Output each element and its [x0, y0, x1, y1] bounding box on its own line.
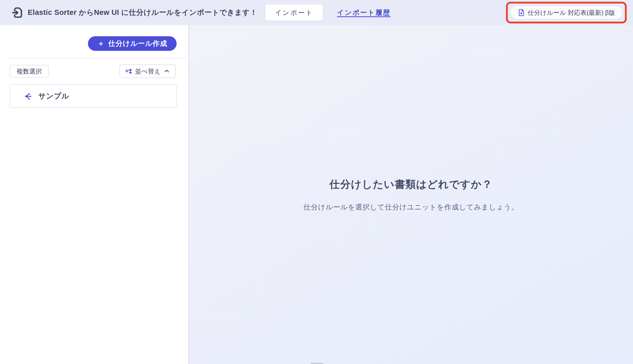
- mapping-table-label: 仕分けルール 対応表(最新) β版: [528, 9, 615, 17]
- list-controls: 複数選択 並べ替え: [0, 58, 188, 78]
- main-empty-state: 仕分けしたい書類はどれですか？ 仕分けルールを選択して仕分けユニットを作成してみ…: [189, 25, 633, 364]
- multi-select-button[interactable]: 複数選択: [10, 65, 49, 78]
- mapping-table-button[interactable]: 仕分けルール 対応表(最新) β版: [510, 6, 623, 19]
- red-annotation-box: 仕分けルール 対応表(最新) β版: [506, 2, 627, 23]
- import-history-link[interactable]: インポート履歴: [337, 8, 391, 17]
- home-indicator: [311, 363, 323, 364]
- banner-message: Elastic Sorter からNew UI に仕分けルールをインポートできま…: [28, 8, 257, 18]
- sort-button[interactable]: 並べ替え: [119, 64, 176, 78]
- rules-sidebar: ＋ 仕分けルール作成 複数選択 並べ替え: [0, 25, 189, 364]
- sort-lines-icon: [125, 68, 132, 75]
- create-rule-button[interactable]: ＋ 仕分けルール作成: [88, 36, 177, 51]
- sort-label: 並べ替え: [135, 67, 161, 76]
- empty-state-title: 仕分けしたい書類はどれですか？: [329, 177, 492, 191]
- chevron-up-icon: [164, 68, 170, 75]
- split-arrows-icon: [25, 92, 33, 100]
- import-banner: Elastic Sorter からNew UI に仕分けルールをインポートできま…: [0, 0, 633, 25]
- plus-icon: ＋: [98, 39, 105, 48]
- rule-label: サンプル: [38, 91, 69, 101]
- file-download-icon: [518, 9, 525, 16]
- create-rule-label: 仕分けルール作成: [108, 39, 167, 48]
- content-layout: ＋ 仕分けルール作成 複数選択 並べ替え: [0, 25, 633, 364]
- rule-list-item[interactable]: サンプル: [10, 84, 177, 108]
- import-document-icon: [11, 7, 23, 19]
- empty-state-subtitle: 仕分けルールを選択して仕分けユニットを作成してみましょう。: [303, 202, 518, 212]
- import-button[interactable]: インポート: [265, 5, 323, 21]
